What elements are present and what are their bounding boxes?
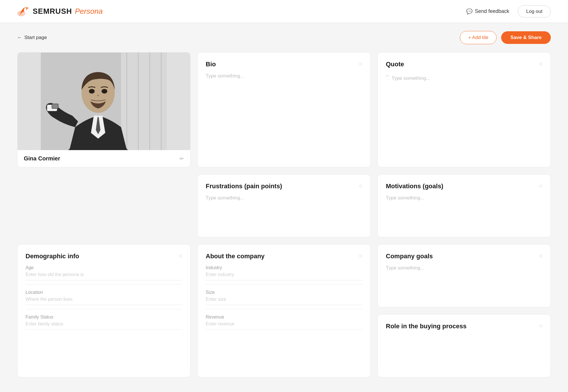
chat-icon: 💬 [466, 8, 472, 15]
family-input[interactable]: Enter family status [26, 321, 182, 330]
demographic-card-header: Demographic info ○ [26, 253, 182, 260]
divider-1 [26, 284, 182, 285]
company-card-header: About the company ○ [206, 253, 362, 260]
divider-2 [26, 309, 182, 309]
bio-placeholder[interactable]: Type something... [206, 73, 362, 79]
motivations-card: Motivations (goals) ○ Type something... [378, 174, 551, 237]
quote-marks-icon: " [386, 73, 389, 82]
right-column: Company goals ○ Type something... Role i… [378, 244, 551, 377]
divider-3 [206, 284, 362, 285]
bio-card: Bio ○ Type something... [197, 52, 371, 167]
company-card: About the company ○ Industry Enter indus… [197, 244, 371, 377]
quote-placeholder[interactable]: Type something... [392, 75, 430, 81]
industry-field-group: Industry Enter industry [206, 265, 362, 280]
motivations-title: Motivations (goals) [386, 183, 443, 190]
demographic-card: Demographic info ○ Age Enter how old the… [17, 244, 190, 377]
frustrations-title: Frustrations (pain points) [206, 183, 282, 190]
motivations-card-header: Motivations (goals) ○ [386, 183, 542, 190]
bio-title: Bio [206, 61, 216, 68]
demographic-lightbulb-icon[interactable]: ○ [179, 253, 182, 259]
age-label: Age [26, 265, 182, 270]
logo: SEMRUSH Persona [17, 6, 103, 17]
svg-rect-2 [121, 53, 167, 150]
quote-card-header: Quote ○ [386, 61, 542, 68]
company-lightbulb-icon[interactable]: ○ [359, 253, 362, 259]
profile-footer: Gina Cormier ✏ [17, 150, 190, 167]
size-field-group: Size Enter size [206, 290, 362, 305]
location-field-group: Location Where the person lives [26, 290, 182, 305]
company-goals-placeholder[interactable]: Type something... [386, 265, 542, 271]
location-label: Location [26, 290, 182, 295]
size-input[interactable]: Enter size [206, 297, 362, 305]
logo-semrush-text: SEMRUSH [33, 7, 72, 16]
company-goals-card: Company goals ○ Type something... [378, 244, 551, 307]
location-input[interactable]: Where the person lives [26, 297, 182, 305]
edit-icon[interactable]: ✏ [180, 156, 184, 162]
header-right: 💬 Send feedback Log out [466, 5, 551, 18]
persona-name: Gina Cormier [24, 155, 60, 162]
role-card: Role in the buying process ○ [378, 314, 551, 377]
frustrations-lightbulb-icon[interactable]: ○ [359, 183, 362, 189]
bio-lightbulb-icon[interactable]: ○ [359, 61, 362, 67]
company-goals-lightbulb-icon[interactable]: ○ [539, 253, 542, 259]
send-feedback-button[interactable]: 💬 Send feedback [466, 8, 509, 15]
quote-title: Quote [386, 61, 404, 68]
svg-rect-13 [52, 104, 58, 108]
company-goals-header: Company goals ○ [386, 253, 542, 260]
svg-point-9 [89, 89, 95, 94]
industry-label: Industry [206, 265, 362, 270]
logout-button[interactable]: Log out [518, 5, 551, 18]
frustrations-card-header: Frustrations (pain points) ○ [206, 183, 362, 190]
arrow-left-icon: ← [17, 35, 22, 40]
revenue-label: Revenue [206, 315, 362, 320]
save-share-button[interactable]: Save & Share [501, 31, 551, 44]
add-tile-button[interactable]: + Add tile [460, 31, 497, 44]
toolbar-right: + Add tile Save & Share [460, 31, 551, 44]
family-label: Family Status [26, 315, 182, 320]
quote-lightbulb-icon[interactable]: ○ [539, 61, 542, 67]
bio-card-header: Bio ○ [206, 61, 362, 68]
profile-card: Gina Cormier ✏ [17, 52, 190, 167]
company-title: About the company [206, 253, 264, 260]
toolbar: ← Start page + Add tile Save & Share [0, 23, 568, 52]
size-label: Size [206, 290, 362, 295]
quote-card: Quote ○ " Type something... [378, 52, 551, 167]
header: SEMRUSH Persona 💬 Send feedback Log out [0, 0, 568, 23]
role-lightbulb-icon[interactable]: ○ [539, 323, 542, 329]
start-page-label: Start page [24, 35, 47, 40]
semrush-logo-icon [17, 6, 30, 17]
quote-row: " Type something... [386, 73, 542, 82]
profile-image [17, 53, 190, 150]
main-grid: Gina Cormier ✏ Bio ○ Type something... Q… [0, 52, 568, 389]
logo-persona-text: Persona [75, 7, 103, 16]
start-page-button[interactable]: ← Start page [17, 35, 47, 40]
age-input[interactable]: Enter how old the persona is [26, 272, 182, 280]
send-feedback-label: Send feedback [475, 8, 509, 14]
revenue-input[interactable]: Enter revenue [206, 321, 362, 330]
frustrations-placeholder[interactable]: Type something... [206, 195, 362, 201]
industry-input[interactable]: Enter industry [206, 272, 362, 280]
company-goals-title: Company goals [386, 253, 433, 260]
divider-4 [206, 309, 362, 309]
svg-point-10 [102, 89, 107, 94]
role-card-header: Role in the buying process ○ [386, 323, 542, 330]
profile-image-wrapper[interactable] [17, 53, 190, 150]
motivations-lightbulb-icon[interactable]: ○ [539, 183, 542, 189]
frustrations-card: Frustrations (pain points) ○ Type someth… [197, 174, 371, 237]
age-field-group: Age Enter how old the persona is [26, 265, 182, 280]
motivations-placeholder[interactable]: Type something... [386, 195, 542, 201]
role-title: Role in the buying process [386, 323, 466, 330]
demographic-title: Demographic info [26, 253, 79, 260]
revenue-field-group: Revenue Enter revenue [206, 315, 362, 330]
family-field-group: Family Status Enter family status [26, 315, 182, 330]
